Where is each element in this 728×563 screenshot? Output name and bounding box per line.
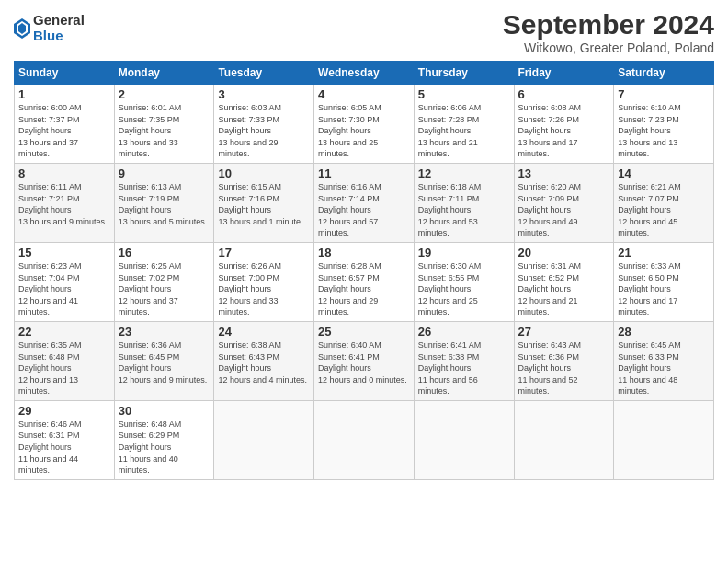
day-number: 29 bbox=[18, 404, 110, 418]
day-info: Sunrise: 6:36 AM Sunset: 6:45 PM Dayligh… bbox=[119, 339, 210, 385]
table-row: 4 Sunrise: 6:05 AM Sunset: 7:30 PM Dayli… bbox=[314, 85, 415, 164]
day-info: Sunrise: 6:25 AM Sunset: 7:02 PM Dayligh… bbox=[119, 260, 210, 318]
day-number: 7 bbox=[618, 87, 710, 101]
day-number: 16 bbox=[119, 246, 210, 259]
table-row: 24 Sunrise: 6:38 AM Sunset: 6:43 PM Dayl… bbox=[214, 321, 314, 400]
table-row: 21 Sunrise: 6:33 AM Sunset: 6:50 PM Dayl… bbox=[614, 242, 714, 321]
table-row: 13 Sunrise: 6:20 AM Sunset: 7:09 PM Dayl… bbox=[514, 163, 614, 242]
col-friday: Friday bbox=[514, 62, 614, 85]
table-row: 10 Sunrise: 6:15 AM Sunset: 7:16 PM Dayl… bbox=[214, 163, 314, 242]
table-row: 30 Sunrise: 6:48 AM Sunset: 6:29 PM Dayl… bbox=[114, 400, 214, 479]
table-row: 2 Sunrise: 6:01 AM Sunset: 7:35 PM Dayli… bbox=[114, 85, 214, 164]
day-number: 13 bbox=[518, 167, 610, 180]
day-info: Sunrise: 6:01 AM Sunset: 7:35 PM Dayligh… bbox=[119, 102, 210, 160]
day-number: 8 bbox=[18, 167, 110, 180]
day-number: 22 bbox=[18, 325, 110, 339]
table-row: 23 Sunrise: 6:36 AM Sunset: 6:45 PM Dayl… bbox=[114, 321, 214, 400]
col-tuesday: Tuesday bbox=[214, 62, 314, 85]
day-info: Sunrise: 6:00 AM Sunset: 7:37 PM Dayligh… bbox=[18, 102, 110, 160]
day-number: 28 bbox=[618, 325, 710, 339]
day-info: Sunrise: 6:31 AM Sunset: 6:52 PM Dayligh… bbox=[518, 260, 610, 318]
col-sunday: Sunday bbox=[15, 62, 115, 85]
table-row bbox=[514, 400, 614, 479]
day-info: Sunrise: 6:38 AM Sunset: 6:43 PM Dayligh… bbox=[218, 339, 310, 385]
day-number: 26 bbox=[418, 325, 510, 339]
table-row: 20 Sunrise: 6:31 AM Sunset: 6:52 PM Dayl… bbox=[514, 242, 614, 321]
page-container: General Blue September 2024 Witkowo, Gre… bbox=[0, 0, 728, 489]
day-info: Sunrise: 6:03 AM Sunset: 7:33 PM Dayligh… bbox=[218, 102, 310, 160]
day-number: 2 bbox=[119, 87, 210, 101]
table-row: 3 Sunrise: 6:03 AM Sunset: 7:33 PM Dayli… bbox=[214, 85, 314, 164]
table-row bbox=[414, 400, 514, 479]
calendar-header-row: Sunday Monday Tuesday Wednesday Thursday… bbox=[15, 62, 714, 85]
location: Witkowo, Greater Poland, Poland bbox=[503, 40, 714, 55]
day-info: Sunrise: 6:30 AM Sunset: 6:55 PM Dayligh… bbox=[418, 260, 510, 318]
day-number: 4 bbox=[318, 87, 410, 101]
day-info: Sunrise: 6:35 AM Sunset: 6:48 PM Dayligh… bbox=[18, 339, 110, 397]
day-info: Sunrise: 6:11 AM Sunset: 7:21 PM Dayligh… bbox=[18, 181, 110, 227]
table-row bbox=[214, 400, 314, 479]
table-row: 26 Sunrise: 6:41 AM Sunset: 6:38 PM Dayl… bbox=[414, 321, 514, 400]
day-info: Sunrise: 6:40 AM Sunset: 6:41 PM Dayligh… bbox=[318, 339, 410, 385]
col-saturday: Saturday bbox=[614, 62, 714, 85]
table-row: 12 Sunrise: 6:18 AM Sunset: 7:11 PM Dayl… bbox=[414, 163, 514, 242]
day-number: 17 bbox=[218, 246, 310, 259]
table-row: 19 Sunrise: 6:30 AM Sunset: 6:55 PM Dayl… bbox=[414, 242, 514, 321]
day-info: Sunrise: 6:33 AM Sunset: 6:50 PM Dayligh… bbox=[618, 260, 710, 318]
day-number: 1 bbox=[18, 87, 110, 101]
table-row bbox=[614, 400, 714, 479]
day-info: Sunrise: 6:06 AM Sunset: 7:28 PM Dayligh… bbox=[418, 102, 510, 160]
day-number: 12 bbox=[418, 167, 510, 180]
day-info: Sunrise: 6:10 AM Sunset: 7:23 PM Dayligh… bbox=[618, 102, 710, 160]
logo: General Blue bbox=[14, 13, 85, 43]
day-info: Sunrise: 6:20 AM Sunset: 7:09 PM Dayligh… bbox=[518, 181, 610, 239]
day-info: Sunrise: 6:23 AM Sunset: 7:04 PM Dayligh… bbox=[18, 260, 110, 318]
table-row: 9 Sunrise: 6:13 AM Sunset: 7:19 PM Dayli… bbox=[114, 163, 214, 242]
table-row: 22 Sunrise: 6:35 AM Sunset: 6:48 PM Dayl… bbox=[15, 321, 115, 400]
day-number: 30 bbox=[119, 404, 210, 418]
day-info: Sunrise: 6:41 AM Sunset: 6:38 PM Dayligh… bbox=[418, 339, 510, 397]
day-number: 10 bbox=[218, 167, 310, 180]
day-number: 5 bbox=[418, 87, 510, 101]
day-number: 24 bbox=[218, 325, 310, 339]
day-number: 25 bbox=[318, 325, 410, 339]
day-info: Sunrise: 6:18 AM Sunset: 7:11 PM Dayligh… bbox=[418, 181, 510, 239]
table-row: 15 Sunrise: 6:23 AM Sunset: 7:04 PM Dayl… bbox=[15, 242, 115, 321]
table-row: 1 Sunrise: 6:00 AM Sunset: 7:37 PM Dayli… bbox=[15, 85, 115, 164]
day-number: 6 bbox=[518, 87, 610, 101]
day-info: Sunrise: 6:26 AM Sunset: 7:00 PM Dayligh… bbox=[218, 260, 310, 318]
day-number: 3 bbox=[218, 87, 310, 101]
day-info: Sunrise: 6:08 AM Sunset: 7:26 PM Dayligh… bbox=[518, 102, 610, 160]
day-number: 23 bbox=[119, 325, 210, 339]
day-info: Sunrise: 6:48 AM Sunset: 6:29 PM Dayligh… bbox=[119, 419, 210, 477]
table-row: 17 Sunrise: 6:26 AM Sunset: 7:00 PM Dayl… bbox=[214, 242, 314, 321]
day-number: 9 bbox=[119, 167, 210, 180]
table-row: 6 Sunrise: 6:08 AM Sunset: 7:26 PM Dayli… bbox=[514, 85, 614, 164]
logo-blue-text: Blue bbox=[33, 29, 85, 44]
title-block: September 2024 Witkowo, Greater Poland, … bbox=[503, 9, 714, 55]
day-number: 18 bbox=[318, 246, 410, 259]
day-info: Sunrise: 6:15 AM Sunset: 7:16 PM Dayligh… bbox=[218, 181, 310, 227]
day-info: Sunrise: 6:13 AM Sunset: 7:19 PM Dayligh… bbox=[119, 181, 210, 227]
table-row: 8 Sunrise: 6:11 AM Sunset: 7:21 PM Dayli… bbox=[15, 163, 115, 242]
day-number: 14 bbox=[618, 167, 710, 180]
day-info: Sunrise: 6:05 AM Sunset: 7:30 PM Dayligh… bbox=[318, 102, 410, 160]
header: General Blue September 2024 Witkowo, Gre… bbox=[14, 9, 714, 55]
day-info: Sunrise: 6:16 AM Sunset: 7:14 PM Dayligh… bbox=[318, 181, 410, 239]
table-row: 11 Sunrise: 6:16 AM Sunset: 7:14 PM Dayl… bbox=[314, 163, 415, 242]
logo-general-text: General bbox=[33, 13, 85, 29]
table-row: 28 Sunrise: 6:45 AM Sunset: 6:33 PM Dayl… bbox=[614, 321, 714, 400]
table-row: 29 Sunrise: 6:46 AM Sunset: 6:31 PM Dayl… bbox=[15, 400, 115, 479]
day-number: 19 bbox=[418, 246, 510, 259]
day-info: Sunrise: 6:46 AM Sunset: 6:31 PM Dayligh… bbox=[18, 419, 110, 477]
day-info: Sunrise: 6:21 AM Sunset: 7:07 PM Dayligh… bbox=[618, 181, 710, 239]
day-number: 20 bbox=[518, 246, 610, 259]
table-row: 18 Sunrise: 6:28 AM Sunset: 6:57 PM Dayl… bbox=[314, 242, 415, 321]
table-row bbox=[314, 400, 415, 479]
table-row: 7 Sunrise: 6:10 AM Sunset: 7:23 PM Dayli… bbox=[614, 85, 714, 164]
calendar: Sunday Monday Tuesday Wednesday Thursday… bbox=[14, 61, 714, 480]
day-number: 15 bbox=[18, 246, 110, 259]
table-row: 14 Sunrise: 6:21 AM Sunset: 7:07 PM Dayl… bbox=[614, 163, 714, 242]
table-row: 5 Sunrise: 6:06 AM Sunset: 7:28 PM Dayli… bbox=[414, 85, 514, 164]
table-row: 25 Sunrise: 6:40 AM Sunset: 6:41 PM Dayl… bbox=[314, 321, 415, 400]
